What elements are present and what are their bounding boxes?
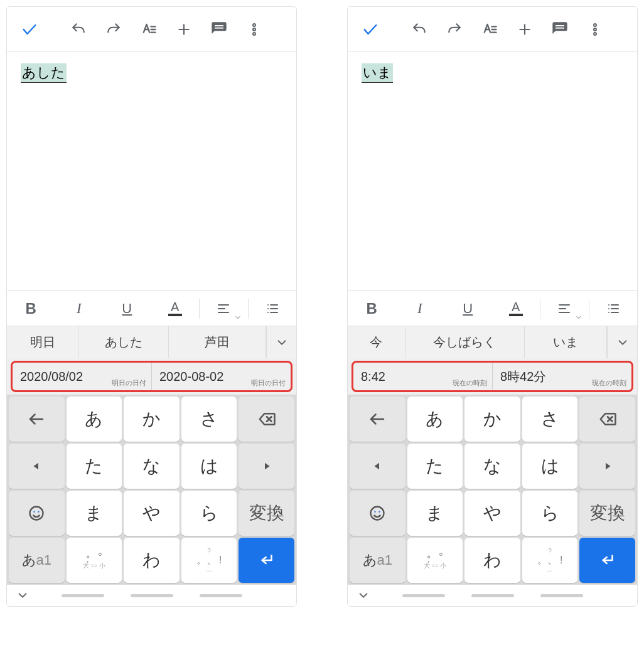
expand-candidates-button[interactable] [266, 326, 296, 358]
nav-pill[interactable] [200, 594, 242, 597]
key-sa[interactable]: さ [181, 397, 237, 442]
list-button[interactable] [589, 301, 638, 316]
key-convert[interactable]: 変換 [579, 491, 635, 536]
text-format-button[interactable] [475, 14, 505, 45]
align-button[interactable] [540, 301, 589, 316]
text-format-button[interactable] [134, 14, 164, 45]
key-ha[interactable]: は [181, 444, 237, 489]
key-na[interactable]: な [464, 444, 520, 489]
expand-candidates-button[interactable] [607, 326, 637, 358]
key-enter[interactable] [239, 538, 294, 583]
key-ra[interactable]: ら [522, 491, 578, 536]
key-ma[interactable]: ま [407, 491, 463, 536]
key-punctuation[interactable]: ⸰ ̦ °大 ⇔ 小 [407, 538, 463, 583]
align-button[interactable] [200, 301, 248, 316]
keyboard-collapse-icon[interactable] [16, 588, 30, 602]
key-a[interactable]: あ [67, 397, 122, 442]
key-backspace[interactable] [579, 397, 635, 442]
list-button[interactable] [249, 301, 297, 316]
svg-point-36 [594, 33, 596, 35]
key-wa[interactable]: わ [124, 538, 180, 583]
key-ma[interactable]: ま [67, 491, 122, 536]
insert-button[interactable] [510, 14, 540, 45]
key-symbols[interactable]: ?。、 !… [181, 538, 237, 583]
key-ta[interactable]: た [407, 444, 463, 489]
key-cursor-left[interactable] [9, 444, 65, 489]
nav-pill[interactable] [131, 594, 173, 597]
key-mode-switch[interactable]: あa1 [350, 538, 405, 583]
phone-screen-1: いま B I U A 今今しばらくいま 8:42現在の時刻 8時42分現在の時刻… [347, 6, 638, 607]
key-a[interactable]: あ [407, 397, 463, 442]
key-emoji[interactable] [9, 491, 65, 536]
key-punctuation[interactable]: ⸰ ̦ °大 ⇔ 小 [67, 538, 122, 583]
key-emoji[interactable] [350, 491, 405, 536]
redo-button[interactable] [99, 14, 129, 45]
key-mode-switch[interactable]: あa1 [9, 538, 65, 583]
comment-button[interactable] [545, 14, 575, 45]
bold-button[interactable]: B [7, 300, 55, 317]
svg-point-35 [594, 28, 596, 31]
key-cursor-right[interactable] [239, 444, 294, 489]
key-na[interactable]: な [124, 444, 180, 489]
svg-marker-49 [375, 463, 380, 470]
svg-point-18 [267, 312, 269, 313]
smart-suggestion-row: 8:42現在の時刻 8時42分現在の時刻 [348, 358, 637, 395]
underline-button[interactable]: U [103, 301, 151, 317]
key-left-arrow[interactable] [9, 397, 65, 442]
key-cursor-right[interactable] [579, 444, 635, 489]
underline-button[interactable]: U [444, 301, 492, 317]
undo-button[interactable] [63, 14, 94, 45]
nav-pill[interactable] [402, 594, 445, 597]
undo-button[interactable] [404, 14, 434, 45]
italic-button[interactable]: I [55, 300, 104, 317]
key-enter[interactable] [579, 538, 635, 583]
composing-text: あした [21, 63, 67, 83]
key-wa[interactable]: わ [464, 538, 520, 583]
key-sa[interactable]: さ [522, 397, 578, 442]
svg-marker-50 [606, 463, 611, 470]
nav-pill[interactable] [471, 594, 514, 597]
candidate-1[interactable]: 今しばらく [405, 326, 525, 358]
smart-suggestion-1[interactable]: 2020-08-02明日の日付 [152, 363, 291, 390]
key-ka[interactable]: か [464, 397, 520, 442]
candidate-1[interactable]: あした [78, 326, 169, 358]
candidate-2[interactable]: 芦田 [169, 326, 266, 358]
svg-point-45 [608, 312, 609, 313]
svg-rect-33 [555, 27, 564, 28]
document-area[interactable]: いま [348, 52, 637, 290]
key-ya[interactable]: や [464, 491, 520, 536]
smart-suggestion-0[interactable]: 8:42現在の時刻 [353, 363, 493, 390]
smart-suggestion-0[interactable]: 2020/08/02明日の日付 [13, 363, 152, 390]
svg-point-9 [253, 33, 255, 35]
smart-suggestion-1[interactable]: 8時42分現在の時刻 [493, 363, 631, 390]
comment-button[interactable] [204, 14, 234, 45]
key-ta[interactable]: た [67, 444, 122, 489]
candidate-0[interactable]: 明日 [7, 326, 78, 358]
key-ka[interactable]: か [124, 397, 180, 442]
key-cursor-left[interactable] [350, 444, 405, 489]
key-left-arrow[interactable] [350, 397, 405, 442]
key-backspace[interactable] [239, 397, 294, 442]
candidate-0[interactable]: 今 [348, 326, 405, 358]
key-ra[interactable]: ら [181, 491, 237, 536]
text-color-button[interactable]: A [151, 301, 200, 316]
key-convert[interactable]: 変換 [239, 491, 294, 536]
key-ya[interactable]: や [124, 491, 180, 536]
more-button[interactable] [580, 14, 610, 45]
redo-button[interactable] [439, 14, 470, 45]
more-button[interactable] [239, 14, 269, 45]
key-ha[interactable]: は [522, 444, 578, 489]
key-symbols[interactable]: ?。、 !… [522, 538, 578, 583]
insert-button[interactable] [169, 14, 199, 45]
candidate-2[interactable]: いま [525, 326, 607, 358]
confirm-button[interactable] [355, 14, 385, 45]
keyboard-collapse-icon[interactable] [357, 588, 370, 602]
bold-button[interactable]: B [348, 300, 396, 317]
confirm-button[interactable] [14, 14, 45, 45]
svg-point-51 [371, 507, 384, 520]
text-color-button[interactable]: A [492, 301, 540, 316]
nav-pill[interactable] [540, 594, 583, 597]
nav-pill[interactable] [62, 594, 104, 597]
document-area[interactable]: あした [7, 52, 296, 290]
italic-button[interactable]: I [396, 300, 444, 317]
